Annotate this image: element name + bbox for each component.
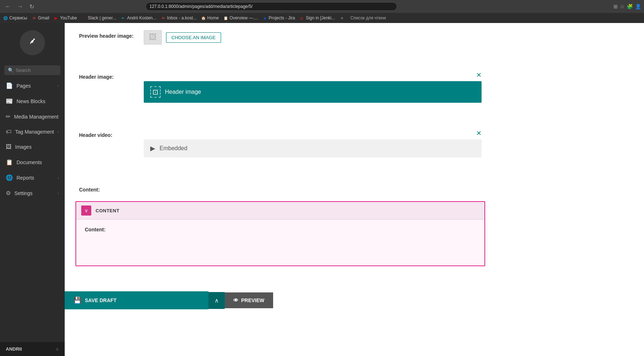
content-inner-label: Content: [85, 227, 476, 232]
jenkins-favicon: ◎ [299, 15, 304, 20]
browser-chrome: ← → ↻ 127.0.0.1:8000/admin/pages/add/med… [0, 0, 644, 13]
bookmarks-bar: 🌐 Сервисы ✉ Gmail ▶ YouTube # Slack | ge… [0, 13, 644, 23]
sidebar-user[interactable]: ANDRII ∧ [0, 342, 65, 356]
media-label: Media Management [14, 114, 59, 120]
jenkins-label: Sign in [Jenki... [306, 15, 335, 20]
bookmark-gmail[interactable]: ✉ Gmail [32, 15, 49, 20]
preview-header-row: Preview header image: 🖼 CHOOSE AN IMAGE [79, 30, 482, 45]
slack-label: Slack | gener... [88, 15, 116, 20]
sidebar-item-pages[interactable]: 📄 Pages › [0, 78, 65, 93]
header-image-row: Header image: ✕ ⊡ Header image [79, 71, 482, 103]
bookmark-andrii[interactable]: ✏ Andrii Kosten... [120, 15, 156, 20]
sidebar-item-media-management[interactable]: ✏ Media Management [0, 109, 65, 124]
sidebar-item-tag-management[interactable]: 🏷 Tag Management › [0, 124, 65, 139]
home-favicon: 🏠 [201, 15, 206, 20]
bookmark-inbox[interactable]: ✉ Inbox - a.kost... [161, 15, 197, 20]
inbox-label: Inbox - a.kost... [167, 15, 197, 20]
content-collapse-button[interactable]: ∨ [81, 205, 91, 216]
back-button[interactable]: ← [3, 3, 13, 10]
sidebar-nav: 📄 Pages › 📰 News Blocks ✏ Media Manageme… [0, 78, 65, 342]
embedded-label: Embedded [160, 145, 187, 152]
save-draft-expand-button[interactable]: ∧ [208, 292, 225, 309]
choose-image-button[interactable]: CHOOSE AN IMAGE [166, 32, 221, 43]
sidebar-logo [0, 23, 65, 63]
header-image-block-label: Header image [165, 89, 201, 95]
reload-button[interactable]: ↻ [27, 3, 36, 11]
address-bar[interactable]: 127.0.0.1:8000/admin/pages/add/media/art… [146, 2, 397, 11]
news-blocks-label: News Blocks [17, 98, 45, 104]
header-video-close[interactable]: ✕ [144, 129, 482, 137]
tag-label: Tag Management [15, 129, 54, 135]
services-favicon: 🌐 [3, 15, 8, 20]
sidebar-item-documents[interactable]: 📋 Documents [0, 154, 65, 170]
settings-icon: ⚙ [6, 190, 11, 197]
sidebar-item-reports[interactable]: 🌐 Reports › [0, 170, 65, 185]
embedded-play-icon: ▶ [150, 144, 155, 152]
sidebar-item-settings[interactable]: ⚙ Settings › [0, 185, 65, 201]
extension-icon[interactable]: 🧩 [627, 4, 633, 9]
content-label: Content: [79, 184, 137, 193]
preview-eye-icon: 👁 [233, 297, 238, 303]
header-image-field: ✕ ⊡ Header image [144, 71, 482, 103]
bookmark-slack[interactable]: # Slack | gener... [81, 15, 116, 20]
overview-favicon: 📋 [223, 15, 228, 20]
bookmark-services[interactable]: 🌐 Сервисы [3, 15, 27, 20]
news-blocks-item-left: 📰 News Blocks [6, 98, 45, 105]
reports-item-left: 🌐 Reports [6, 174, 34, 181]
search-placeholder: Search [16, 68, 31, 73]
documents-item-left: 📋 Documents [6, 159, 42, 166]
media-item-left: ✏ Media Management [6, 113, 59, 120]
header-video-label: Header video: [79, 129, 137, 138]
header-video-row: Header video: ✕ ▶ Embedded [79, 129, 482, 157]
images-item-left: 🖼 Images [6, 144, 32, 150]
pages-label: Pages [17, 83, 31, 89]
image-placeholder: 🖼 [144, 30, 162, 45]
app-layout: 🔍 Search 📄 Pages › 📰 News Blocks [0, 23, 644, 356]
content-editor-area[interactable] [85, 237, 476, 258]
bookmark-home[interactable]: 🏠 Home [201, 15, 219, 20]
overview-label: Overview —.... [230, 15, 258, 20]
andrii-favicon: ✏ [120, 15, 125, 20]
header-image-block[interactable]: ⊡ Header image [144, 81, 482, 103]
content-block-title: CONTENT [96, 208, 119, 213]
header-image-dashed-icon: ⊡ [150, 86, 161, 98]
profile-icon[interactable]: 👤 [635, 4, 641, 9]
gmail-favicon: ✉ [32, 15, 37, 20]
reports-label: Reports [17, 175, 34, 181]
star-icon[interactable]: ☆ [620, 4, 625, 9]
sidebar-item-images[interactable]: 🖼 Images [0, 139, 65, 154]
services-label: Сервисы [9, 15, 27, 20]
bookmark-projects[interactable]: ◆ Projects - Jira [262, 15, 295, 20]
gmail-label: Gmail [38, 15, 49, 20]
andrii-label: Andrii Kosten... [127, 15, 156, 20]
embedded-block[interactable]: ▶ Embedded [144, 139, 482, 157]
search-input-container[interactable]: 🔍 Search [4, 65, 60, 75]
preview-header-label: Preview header image: [79, 30, 137, 39]
content-highlighted-block: ∨ CONTENT Content: [75, 201, 485, 266]
bookmark-youtube[interactable]: ▶ YouTube [54, 15, 77, 20]
logo-circle [20, 30, 45, 55]
header-image-close[interactable]: ✕ [144, 71, 482, 79]
close-icon: ✕ [476, 71, 482, 79]
bookmark-jenkins[interactable]: ◎ Sign in [Jenki... [299, 15, 335, 20]
settings-item-left: ⚙ Settings [6, 190, 33, 197]
preview-button[interactable]: 👁 PREVIEW [225, 292, 273, 308]
content-section: Content: ∨ CONTENT Content: [79, 184, 482, 273]
user-menu-arrow-icon: ∧ [56, 347, 59, 352]
collapse-chevron-icon: ∨ [84, 208, 88, 213]
preview-label: PREVIEW [241, 297, 264, 303]
tag-icon: 🏷 [6, 129, 12, 135]
preview-header-section: Preview header image: 🖼 CHOOSE AN IMAGE [79, 30, 482, 60]
forward-button[interactable]: → [15, 3, 25, 10]
sidebar-search[interactable]: 🔍 Search [0, 63, 65, 78]
sidebar-item-news-blocks[interactable]: 📰 News Blocks [0, 93, 65, 109]
expand-icon: ∧ [215, 297, 219, 304]
bookmark-overview[interactable]: 📋 Overview —.... [223, 15, 258, 20]
translate-icon[interactable]: ⊞ [613, 4, 618, 9]
bookmarks-more[interactable]: » [341, 15, 343, 20]
save-draft-button[interactable]: 💾 SAVE DRAFT [65, 291, 208, 309]
sidebar: 🔍 Search 📄 Pages › 📰 News Blocks [0, 23, 65, 356]
preview-image-row: 🖼 CHOOSE AN IMAGE [144, 30, 482, 45]
documents-label: Documents [17, 159, 42, 165]
reading-list[interactable]: Список для чтени [350, 15, 386, 20]
